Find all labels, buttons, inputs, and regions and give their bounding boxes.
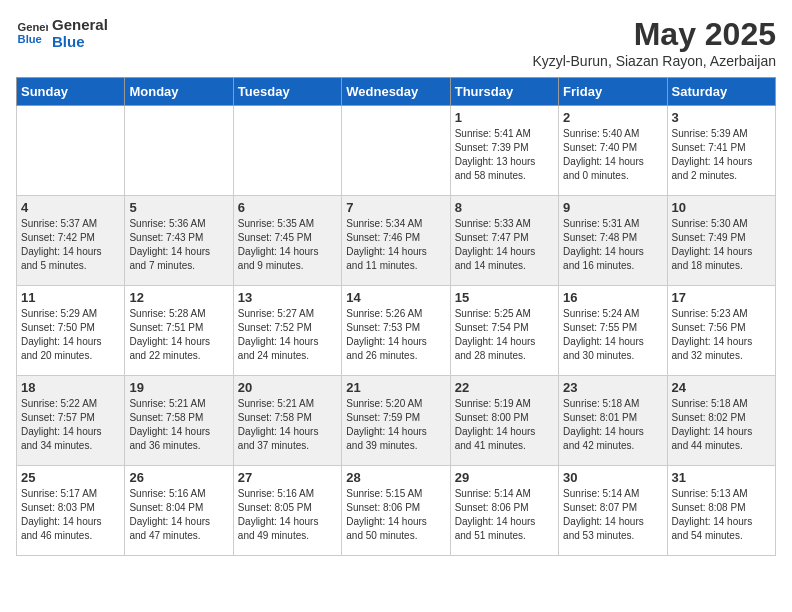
day-cell: 1Sunrise: 5:41 AMSunset: 7:39 PMDaylight…	[450, 106, 558, 196]
week-row-3: 11Sunrise: 5:29 AMSunset: 7:50 PMDayligh…	[17, 286, 776, 376]
day-info: Sunrise: 5:37 AMSunset: 7:42 PMDaylight:…	[21, 217, 120, 273]
day-cell: 26Sunrise: 5:16 AMSunset: 8:04 PMDayligh…	[125, 466, 233, 556]
day-info: Sunrise: 5:18 AMSunset: 8:02 PMDaylight:…	[672, 397, 771, 453]
day-cell: 10Sunrise: 5:30 AMSunset: 7:49 PMDayligh…	[667, 196, 775, 286]
day-info: Sunrise: 5:14 AMSunset: 8:07 PMDaylight:…	[563, 487, 662, 543]
week-row-4: 18Sunrise: 5:22 AMSunset: 7:57 PMDayligh…	[17, 376, 776, 466]
day-cell: 11Sunrise: 5:29 AMSunset: 7:50 PMDayligh…	[17, 286, 125, 376]
day-cell	[342, 106, 450, 196]
day-number: 11	[21, 290, 120, 305]
col-header-wednesday: Wednesday	[342, 78, 450, 106]
calendar-body: 1Sunrise: 5:41 AMSunset: 7:39 PMDaylight…	[17, 106, 776, 556]
day-number: 3	[672, 110, 771, 125]
day-number: 28	[346, 470, 445, 485]
day-info: Sunrise: 5:16 AMSunset: 8:04 PMDaylight:…	[129, 487, 228, 543]
day-cell: 22Sunrise: 5:19 AMSunset: 8:00 PMDayligh…	[450, 376, 558, 466]
day-number: 29	[455, 470, 554, 485]
day-number: 24	[672, 380, 771, 395]
col-header-saturday: Saturday	[667, 78, 775, 106]
day-info: Sunrise: 5:15 AMSunset: 8:06 PMDaylight:…	[346, 487, 445, 543]
day-cell: 19Sunrise: 5:21 AMSunset: 7:58 PMDayligh…	[125, 376, 233, 466]
day-cell: 13Sunrise: 5:27 AMSunset: 7:52 PMDayligh…	[233, 286, 341, 376]
day-info: Sunrise: 5:21 AMSunset: 7:58 PMDaylight:…	[129, 397, 228, 453]
day-cell: 28Sunrise: 5:15 AMSunset: 8:06 PMDayligh…	[342, 466, 450, 556]
day-cell: 18Sunrise: 5:22 AMSunset: 7:57 PMDayligh…	[17, 376, 125, 466]
day-cell: 3Sunrise: 5:39 AMSunset: 7:41 PMDaylight…	[667, 106, 775, 196]
day-info: Sunrise: 5:29 AMSunset: 7:50 PMDaylight:…	[21, 307, 120, 363]
day-number: 23	[563, 380, 662, 395]
col-header-monday: Monday	[125, 78, 233, 106]
day-number: 22	[455, 380, 554, 395]
day-info: Sunrise: 5:19 AMSunset: 8:00 PMDaylight:…	[455, 397, 554, 453]
logo-blue: Blue	[52, 33, 108, 50]
day-info: Sunrise: 5:16 AMSunset: 8:05 PMDaylight:…	[238, 487, 337, 543]
day-number: 26	[129, 470, 228, 485]
day-cell: 16Sunrise: 5:24 AMSunset: 7:55 PMDayligh…	[559, 286, 667, 376]
day-info: Sunrise: 5:36 AMSunset: 7:43 PMDaylight:…	[129, 217, 228, 273]
day-cell: 5Sunrise: 5:36 AMSunset: 7:43 PMDaylight…	[125, 196, 233, 286]
svg-text:General: General	[18, 21, 48, 33]
day-info: Sunrise: 5:41 AMSunset: 7:39 PMDaylight:…	[455, 127, 554, 183]
day-info: Sunrise: 5:27 AMSunset: 7:52 PMDaylight:…	[238, 307, 337, 363]
day-number: 18	[21, 380, 120, 395]
day-info: Sunrise: 5:24 AMSunset: 7:55 PMDaylight:…	[563, 307, 662, 363]
day-number: 4	[21, 200, 120, 215]
calendar-table: SundayMondayTuesdayWednesdayThursdayFrid…	[16, 77, 776, 556]
day-cell	[125, 106, 233, 196]
day-number: 6	[238, 200, 337, 215]
day-number: 2	[563, 110, 662, 125]
day-number: 14	[346, 290, 445, 305]
day-info: Sunrise: 5:18 AMSunset: 8:01 PMDaylight:…	[563, 397, 662, 453]
week-row-2: 4Sunrise: 5:37 AMSunset: 7:42 PMDaylight…	[17, 196, 776, 286]
day-number: 12	[129, 290, 228, 305]
day-cell: 29Sunrise: 5:14 AMSunset: 8:06 PMDayligh…	[450, 466, 558, 556]
day-cell: 8Sunrise: 5:33 AMSunset: 7:47 PMDaylight…	[450, 196, 558, 286]
day-cell: 27Sunrise: 5:16 AMSunset: 8:05 PMDayligh…	[233, 466, 341, 556]
subtitle: Kyzyl-Burun, Siazan Rayon, Azerbaijan	[532, 53, 776, 69]
day-cell	[233, 106, 341, 196]
day-cell: 30Sunrise: 5:14 AMSunset: 8:07 PMDayligh…	[559, 466, 667, 556]
day-info: Sunrise: 5:35 AMSunset: 7:45 PMDaylight:…	[238, 217, 337, 273]
day-cell: 23Sunrise: 5:18 AMSunset: 8:01 PMDayligh…	[559, 376, 667, 466]
day-info: Sunrise: 5:21 AMSunset: 7:58 PMDaylight:…	[238, 397, 337, 453]
day-info: Sunrise: 5:28 AMSunset: 7:51 PMDaylight:…	[129, 307, 228, 363]
col-header-friday: Friday	[559, 78, 667, 106]
day-info: Sunrise: 5:39 AMSunset: 7:41 PMDaylight:…	[672, 127, 771, 183]
week-row-1: 1Sunrise: 5:41 AMSunset: 7:39 PMDaylight…	[17, 106, 776, 196]
day-cell	[17, 106, 125, 196]
day-cell: 4Sunrise: 5:37 AMSunset: 7:42 PMDaylight…	[17, 196, 125, 286]
col-header-tuesday: Tuesday	[233, 78, 341, 106]
day-number: 31	[672, 470, 771, 485]
day-number: 21	[346, 380, 445, 395]
day-cell: 31Sunrise: 5:13 AMSunset: 8:08 PMDayligh…	[667, 466, 775, 556]
day-info: Sunrise: 5:31 AMSunset: 7:48 PMDaylight:…	[563, 217, 662, 273]
col-header-sunday: Sunday	[17, 78, 125, 106]
day-info: Sunrise: 5:26 AMSunset: 7:53 PMDaylight:…	[346, 307, 445, 363]
day-number: 17	[672, 290, 771, 305]
day-info: Sunrise: 5:30 AMSunset: 7:49 PMDaylight:…	[672, 217, 771, 273]
day-number: 30	[563, 470, 662, 485]
day-cell: 14Sunrise: 5:26 AMSunset: 7:53 PMDayligh…	[342, 286, 450, 376]
main-title: May 2025	[532, 16, 776, 53]
day-number: 10	[672, 200, 771, 215]
col-header-thursday: Thursday	[450, 78, 558, 106]
day-number: 27	[238, 470, 337, 485]
day-info: Sunrise: 5:17 AMSunset: 8:03 PMDaylight:…	[21, 487, 120, 543]
day-number: 9	[563, 200, 662, 215]
day-number: 13	[238, 290, 337, 305]
week-row-5: 25Sunrise: 5:17 AMSunset: 8:03 PMDayligh…	[17, 466, 776, 556]
day-number: 1	[455, 110, 554, 125]
day-info: Sunrise: 5:22 AMSunset: 7:57 PMDaylight:…	[21, 397, 120, 453]
day-number: 5	[129, 200, 228, 215]
day-info: Sunrise: 5:33 AMSunset: 7:47 PMDaylight:…	[455, 217, 554, 273]
logo-general: General	[52, 16, 108, 33]
day-number: 19	[129, 380, 228, 395]
day-info: Sunrise: 5:20 AMSunset: 7:59 PMDaylight:…	[346, 397, 445, 453]
day-info: Sunrise: 5:25 AMSunset: 7:54 PMDaylight:…	[455, 307, 554, 363]
title-block: May 2025 Kyzyl-Burun, Siazan Rayon, Azer…	[532, 16, 776, 69]
day-info: Sunrise: 5:14 AMSunset: 8:06 PMDaylight:…	[455, 487, 554, 543]
day-cell: 9Sunrise: 5:31 AMSunset: 7:48 PMDaylight…	[559, 196, 667, 286]
day-cell: 7Sunrise: 5:34 AMSunset: 7:46 PMDaylight…	[342, 196, 450, 286]
day-number: 20	[238, 380, 337, 395]
day-cell: 25Sunrise: 5:17 AMSunset: 8:03 PMDayligh…	[17, 466, 125, 556]
